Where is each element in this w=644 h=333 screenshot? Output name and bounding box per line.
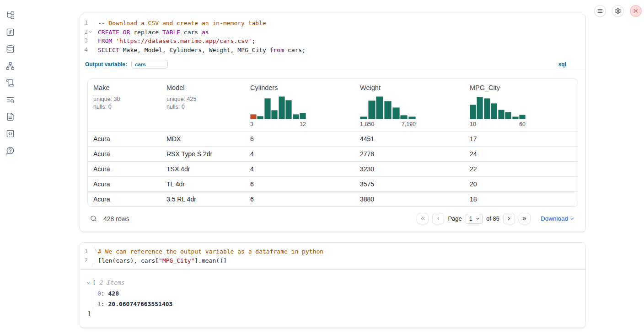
line-gutter: 1 bbox=[80, 247, 94, 256]
table-cell: 18 bbox=[464, 196, 578, 203]
file-text-icon bbox=[6, 112, 15, 121]
table-header: Makeunique: 38nulls: 0Modelunique: 425nu… bbox=[88, 79, 578, 131]
column-header-cylinders[interactable]: Cylinders312 bbox=[245, 79, 354, 131]
network-icon bbox=[6, 62, 15, 70]
code-text: -- Download a CSV and create an in-memor… bbox=[94, 19, 266, 28]
line-number: 3 bbox=[85, 37, 88, 46]
table-cell: Acura bbox=[88, 180, 161, 188]
histogram-bars bbox=[360, 95, 416, 119]
python-code-editor[interactable]: 1# We can reference the output variable … bbox=[80, 243, 585, 269]
page-select-value: 1 bbox=[469, 215, 472, 222]
sql-cell-output: Makeunique: 38nulls: 0Modelunique: 425nu… bbox=[80, 71, 585, 232]
column-header-make[interactable]: Makeunique: 38nulls: 0 bbox=[88, 79, 161, 131]
sidebar-item-dependency-graph[interactable] bbox=[5, 61, 15, 70]
menu-button[interactable] bbox=[594, 5, 606, 17]
histogram-bar bbox=[264, 98, 271, 119]
histogram-bar bbox=[293, 114, 299, 119]
code-text: FROM 'https://datasets.marimo.app/cars.c… bbox=[94, 37, 255, 46]
column-title: Weight bbox=[360, 84, 459, 91]
code-token: CREATE bbox=[98, 29, 119, 36]
tree-root-row: [2 Items bbox=[87, 278, 578, 287]
histogram-labels: 1,8507,190 bbox=[360, 121, 416, 127]
sidebar-item-logs[interactable] bbox=[5, 95, 15, 104]
histogram-bar bbox=[376, 96, 383, 119]
output-tree: [2 Items0: 4281: 20.060747663551403] bbox=[87, 278, 578, 318]
code-token: FROM bbox=[98, 37, 112, 44]
table-row: AcuraTSX 4dr4323022 bbox=[88, 161, 578, 176]
column-header-mpg_city[interactable]: MPG_City1060 bbox=[464, 79, 578, 131]
code-token: replace bbox=[130, 29, 162, 36]
previous-page-button[interactable] bbox=[432, 213, 444, 224]
page-total-label: of 86 bbox=[486, 215, 499, 222]
code-token: [len(cars), cars[ bbox=[98, 257, 159, 264]
histogram-min-label: 1,850 bbox=[360, 121, 374, 127]
python-cell-output: [2 Items0: 4281: 20.060747663551403] bbox=[80, 269, 585, 328]
tree-collapse-toggle[interactable] bbox=[87, 280, 90, 284]
histogram-max-label: 12 bbox=[300, 121, 306, 127]
tree-entry-value: 428 bbox=[108, 290, 118, 297]
code-line: 3FROM 'https://datasets.marimo.app/cars.… bbox=[80, 37, 585, 46]
code-token: from bbox=[270, 47, 284, 53]
scroll-icon bbox=[6, 79, 15, 87]
code-token: ; bbox=[252, 37, 256, 44]
column-stat: unique: 425 bbox=[166, 95, 239, 103]
chevron-down-icon bbox=[476, 216, 479, 219]
download-label: Download bbox=[541, 215, 568, 222]
topbar-actions bbox=[594, 5, 642, 17]
histogram-bar bbox=[484, 98, 490, 119]
tree-entry-value: 20.060747663551403 bbox=[108, 301, 172, 307]
notebook: 1-- Download a CSV and create an in-memo… bbox=[80, 14, 586, 328]
language-badge: sql bbox=[558, 61, 566, 68]
histogram-bars bbox=[470, 95, 526, 119]
table-cell: TL 4dr bbox=[161, 180, 245, 188]
sql-cell: 1-- Download a CSV and create an in-memo… bbox=[80, 14, 586, 232]
table-row: Acura3.5 RL 4dr6388018 bbox=[88, 191, 578, 206]
column-header-model[interactable]: Modelunique: 425nulls: 0 bbox=[161, 79, 245, 131]
sidebar-item-datasources[interactable] bbox=[5, 44, 15, 53]
histogram-min-label: 10 bbox=[470, 121, 476, 127]
fold-toggle[interactable] bbox=[88, 32, 93, 32]
code-line: 1-- Download a CSV and create an in-memo… bbox=[80, 19, 585, 28]
help-bubble-icon bbox=[6, 146, 15, 155]
page-select[interactable]: 1 bbox=[466, 214, 483, 224]
database-icon bbox=[6, 45, 15, 53]
line-gutter: 4 bbox=[80, 46, 94, 55]
sql-code-editor[interactable]: 1-- Download a CSV and create an in-memo… bbox=[80, 14, 585, 58]
table-cell: 6 bbox=[245, 135, 354, 143]
line-gutter: 2 bbox=[80, 256, 94, 265]
next-page-button[interactable] bbox=[503, 213, 515, 224]
table-row: AcuraRSX Type S 2dr4277824 bbox=[88, 146, 578, 161]
histogram-bar bbox=[505, 112, 511, 119]
settings-button[interactable] bbox=[612, 5, 624, 17]
sidebar-item-documentation[interactable] bbox=[5, 112, 15, 121]
table-cell: 20 bbox=[464, 180, 578, 188]
table-cell: Acura bbox=[88, 196, 161, 203]
column-header-weight[interactable]: Weight1,8507,190 bbox=[354, 79, 464, 131]
sidebar-item-snippets[interactable] bbox=[5, 129, 15, 138]
code-text: # We can reference the output variable a… bbox=[94, 247, 323, 256]
chevrons-right-icon bbox=[521, 216, 527, 222]
sidebar-item-file-explorer[interactable] bbox=[5, 11, 15, 20]
column-stat: nulls: 0 bbox=[166, 103, 239, 111]
table-cell: 6 bbox=[245, 196, 354, 203]
first-page-button[interactable] bbox=[417, 213, 429, 224]
histogram-min-label: 3 bbox=[250, 121, 253, 127]
code-line: 2CREATE OR replace TABLE cars as bbox=[80, 28, 585, 37]
table-cell: Acura bbox=[88, 135, 161, 143]
tree-close-bracket: ] bbox=[87, 309, 578, 318]
function-square-icon bbox=[6, 28, 15, 37]
table-row: AcuraTL 4dr6357520 bbox=[88, 176, 578, 191]
tree-entries: 0: 4281: 20.060747663551403 bbox=[93, 289, 578, 309]
histogram-max-label: 60 bbox=[519, 121, 526, 127]
download-button[interactable]: Download bbox=[541, 215, 573, 222]
output-variable-label: Output variable: bbox=[85, 61, 127, 68]
output-variable-input[interactable] bbox=[131, 60, 168, 69]
shutdown-button[interactable] bbox=[630, 5, 642, 17]
search-button[interactable] bbox=[90, 215, 97, 222]
histogram-bar bbox=[271, 110, 278, 119]
sidebar-item-variables[interactable] bbox=[5, 27, 15, 37]
close-icon bbox=[633, 8, 639, 14]
sidebar-item-outline[interactable] bbox=[5, 78, 15, 87]
last-page-button[interactable] bbox=[519, 213, 531, 224]
sidebar-item-help[interactable] bbox=[5, 146, 15, 155]
